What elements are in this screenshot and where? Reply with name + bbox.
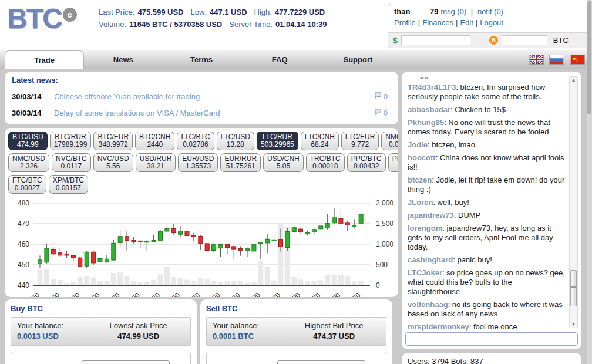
buy-panel: Buy BTC Your balance: 0.0013 USD Lowest …: [5, 299, 197, 364]
svg-text:500: 500: [376, 261, 388, 269]
svg-text:19:30: 19:30: [143, 291, 162, 297]
buy-amount-input[interactable]: [82, 360, 170, 364]
pair-button-eur-rur[interactable]: EUR/RUR51.75261: [220, 153, 261, 172]
svg-text:10:30: 10:30: [22, 291, 41, 297]
svg-text:21:00: 21:00: [163, 291, 181, 297]
pair-button-ppc-btc[interactable]: PPC/BTC0.00432: [347, 153, 386, 172]
chat-scrollbar[interactable]: ▲ ▼: [569, 76, 578, 328]
news-comments-count[interactable]: 0: [374, 108, 391, 117]
pair-button-ltc-btc[interactable]: LTC/BTC0.02786: [177, 132, 214, 150]
pair-button-nmc-btc[interactable]: NMC/BTC0.00489: [381, 132, 398, 150]
pair-button-usd-rur[interactable]: USD/RUR38.21: [136, 153, 176, 172]
tab-trade[interactable]: Trade: [5, 50, 84, 69]
tab-faq[interactable]: FAQ: [241, 50, 319, 69]
pair-button-ltc-rur[interactable]: LTC/RUR503.29965: [257, 132, 298, 150]
news-link[interactable]: Chinese offshore Yuan available for trad…: [54, 92, 374, 101]
chat-message: lorengom: japandrew73, hey, as long as i…: [408, 224, 566, 252]
ru-flag[interactable]: [549, 55, 564, 65]
pair-button-ftc-btc[interactable]: FTC/BTC0.00027: [8, 175, 46, 194]
stat-value: 477.7229 USD: [275, 8, 325, 16]
pair-price: 474.99: [12, 141, 43, 149]
svg-text:00:00: 00:00: [203, 291, 221, 297]
svg-text:22:30: 22:30: [183, 291, 201, 297]
btc-currency-label: BTC: [553, 36, 569, 45]
pair-price: 2.326: [12, 163, 45, 170]
pair-price: 1.35573: [182, 163, 214, 170]
stat-value: 01.04.14 10:39: [275, 20, 327, 29]
svg-text:13:30: 13:30: [62, 291, 81, 297]
pair-button-xpm-btc[interactable]: XPM/BTC0.00157: [49, 175, 88, 194]
btc-balance-input[interactable]: [502, 35, 547, 45]
account-link-finances[interactable]: Finances: [422, 18, 453, 27]
dollar-icon: $: [393, 36, 398, 45]
text-caret: [409, 335, 409, 343]
sell-balance-box: Your balance: 0.0001 BTC Highest Bid Pri…: [206, 317, 386, 346]
ticker-line-2: Volume:11645 BTC / 5370358 USDServer Tim…: [99, 18, 334, 31]
messages-link[interactable]: msg (0): [440, 7, 466, 16]
pair-price: 0.00018: [310, 163, 341, 170]
pair-button-trc-btc[interactable]: TRC/BTC0.00018: [306, 153, 345, 172]
buy-price-col: Lowest ask Price 474.99 USD: [92, 321, 184, 341]
buy-balance-value: 0.0013 USD: [17, 332, 92, 341]
chat-username: lorengom: [408, 224, 442, 232]
pair-button-btc-rur[interactable]: BTC/RUR17989.199: [50, 132, 92, 150]
pair-button-nvc-btc[interactable]: NVC/BTC0.0117: [52, 153, 91, 172]
en-flag[interactable]: [529, 55, 544, 65]
chat-messages: TR4d3r4L1F3: btczen, Im surprised how se…: [408, 83, 566, 332]
buy-title: Buy BTC: [11, 304, 191, 313]
pair-button-btc-eur[interactable]: BTC/EUR348.9972: [93, 132, 133, 150]
pair-button-btc-usd[interactable]: BTC/USD474.99: [8, 132, 48, 150]
page-scrollbar-thumb[interactable]: [587, 1, 591, 114]
buy-balance-box: Your balance: 0.0013 USD Lowest ask Pric…: [11, 317, 191, 346]
tabs: TradeNewsTermsFAQSupport: [5, 50, 397, 69]
news-panel: Latest news: 30/03/14Chinese offshore Yu…: [5, 72, 398, 124]
account-link-logout[interactable]: Logout: [480, 18, 503, 27]
sell-amount-input[interactable]: [277, 360, 365, 364]
news-comments-count[interactable]: 0: [374, 92, 391, 101]
pair-button-nmc-usd[interactable]: NMC/USD2.326: [8, 153, 49, 172]
chat-scrollbar-thumb[interactable]: [570, 270, 577, 306]
sell-amount-box: Amount BTC:: [206, 352, 386, 364]
notifications-link[interactable]: notif (0): [477, 7, 503, 16]
separator: |: [476, 18, 477, 27]
separator: |: [471, 7, 473, 16]
svg-text:460: 460: [18, 240, 29, 248]
separator: |: [456, 18, 458, 27]
svg-text:1,000: 1,000: [376, 240, 393, 248]
chat-input[interactable]: [405, 332, 578, 346]
svg-text:07:30: 07:30: [303, 291, 322, 297]
pair-button-ltc-cnh[interactable]: LTC/CNH68.24: [301, 132, 339, 150]
pair-button-btc-cnh[interactable]: BTC/CNH2440: [135, 132, 174, 150]
usd-balance-input[interactable]: [401, 35, 470, 45]
pair-button-ltc-eur[interactable]: LTC/EUR9.772: [341, 132, 379, 150]
online-stats-text: Users: 3794 Bots: 837: [408, 357, 483, 364]
lowest-ask-value: 474.99 USD: [92, 332, 184, 341]
buy-amount-box: Amount BTC:: [11, 352, 191, 364]
pair-button-nvc-usd[interactable]: NVC/USD5.56: [93, 153, 133, 172]
account-link-profile[interactable]: Profile: [394, 18, 416, 27]
cn-flag[interactable]: ★★★★: [570, 55, 585, 65]
sell-title: Sell BTC: [206, 304, 386, 313]
scroll-up-icon[interactable]: ▲: [570, 77, 577, 83]
chat-message: japandrew73: DUMP: [408, 211, 566, 220]
pair-button-usd-cnh[interactable]: USD/CNH5.05: [263, 153, 304, 172]
page-scrollbar[interactable]: [587, 0, 592, 364]
chat-message: btczen: Jodie, let it rip! take em down!…: [408, 176, 566, 194]
chat-message: volfenhaag: no its going back to where i…: [408, 300, 566, 319]
pair-button-ppc-usd[interactable]: PPC/USD2.05: [388, 153, 398, 172]
tab-terms[interactable]: Terms: [162, 50, 240, 69]
user-box: than 79 msg (0) | notif (0) Profile|Fina…: [388, 4, 590, 48]
tab-support[interactable]: Support: [319, 50, 397, 69]
currency-pair-grid: BTC/USD474.99BTC/RUR17989.199BTC/EUR348.…: [7, 131, 396, 194]
svg-text:450: 450: [18, 261, 29, 269]
pair-row: BTC/USD474.99BTC/RUR17989.199BTC/EUR348.…: [7, 131, 396, 151]
news-link[interactable]: Delay of some translations on VISA / Mas…: [54, 109, 374, 117]
pair-button-ltc-usd[interactable]: LTC/USD13.28: [217, 132, 254, 150]
pair-button-eur-usd[interactable]: EUR/USD1.35573: [178, 153, 218, 172]
chat-message: mrspidermonkey: fool me once: [408, 322, 566, 332]
tab-news[interactable]: News: [84, 50, 162, 69]
account-link-edit[interactable]: Edit: [460, 18, 473, 27]
scroll-down-icon[interactable]: ▼: [570, 322, 577, 327]
logo[interactable]: BTCe: [7, 2, 77, 35]
pair-row: FTC/BTC0.00027XPM/BTC0.00157: [7, 174, 396, 194]
